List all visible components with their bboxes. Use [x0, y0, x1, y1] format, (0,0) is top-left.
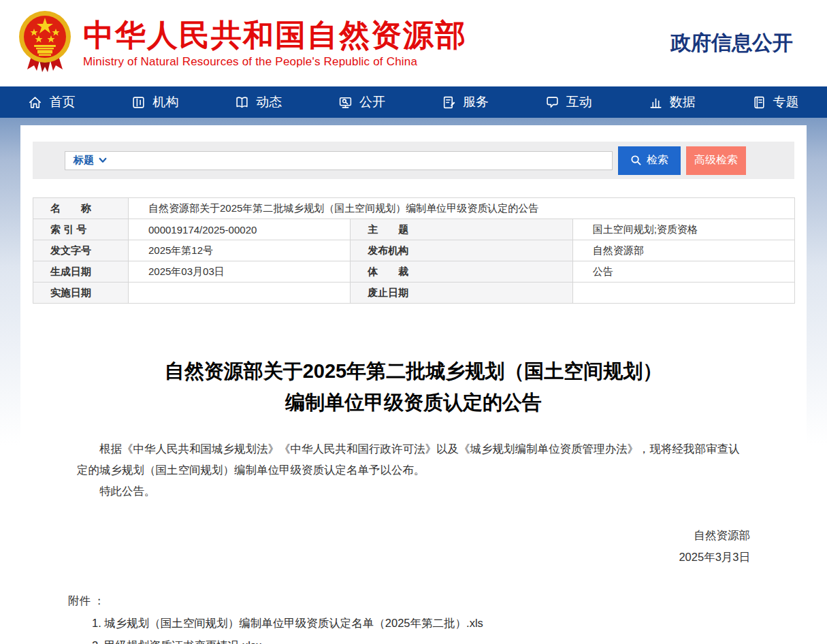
- interact-icon: [545, 95, 560, 110]
- meta-docnum-label: 发文字号: [33, 240, 129, 261]
- article-paragraph: 根据《中华人民共和国城乡规划法》《中华人民共和国行政许可法》以及《城乡规划编制单…: [77, 438, 750, 481]
- search-button-label: 检索: [647, 153, 668, 167]
- search-field-selector[interactable]: 标题: [74, 154, 107, 167]
- page-background: 标题 检索 高级检索 名 称 自然资源部关于2025年第二批城乡规划（国土空间规…: [0, 118, 827, 644]
- search-icon: [630, 155, 642, 166]
- nav-item-interaction[interactable]: 互动: [517, 86, 620, 118]
- meta-index-label: 索 引 号: [33, 219, 129, 240]
- nav-item-home[interactable]: 首页: [0, 86, 103, 118]
- table-row: 索 引 号 000019174/2025-00020 主 题 国土空间规划;资质…: [33, 219, 795, 240]
- signer: 自然资源部: [65, 524, 750, 546]
- article-body: 根据《中华人民共和国城乡规划法》《中华人民共和国行政许可法》以及《城乡规划编制单…: [65, 438, 762, 502]
- nav-label: 公开: [359, 93, 385, 111]
- nav-item-services[interactable]: 服务: [414, 86, 517, 118]
- site-subtitle: Ministry of Natural Resources of the Peo…: [83, 55, 467, 69]
- nav-label: 专题: [773, 93, 799, 111]
- org-icon: [131, 95, 146, 110]
- meta-issuer-value: 自然资源部: [572, 240, 794, 261]
- attachment-link-1[interactable]: 1. 城乡规划（国土空间规划）编制单位甲级资质认定名单（2025年第二批）.xl…: [68, 612, 762, 634]
- nav-item-data[interactable]: 数据: [620, 86, 724, 118]
- table-row: 实施日期 废止日期: [33, 283, 795, 304]
- meta-genre-label: 体 裁: [351, 261, 572, 283]
- nav-label: 数据: [670, 93, 696, 111]
- content-panel: 标题 检索 高级检索 名 称 自然资源部关于2025年第二批城乡规划（国土空间规…: [20, 125, 807, 644]
- service-icon: [442, 95, 456, 110]
- search-button[interactable]: 检索: [618, 146, 681, 175]
- meta-name-value: 自然资源部关于2025年第二批城乡规划（国土空间规划）编制单位甲级资质认定的公告: [129, 198, 795, 219]
- meta-subject-label: 主 题: [351, 219, 572, 240]
- main-nav: 首页 机构 动态 公开 服务 互动 数据 专题: [0, 86, 827, 118]
- nav-label: 互动: [566, 93, 592, 111]
- attachment-link-2[interactable]: 2. 甲级规划资质证书变更情况.xlsx: [68, 634, 762, 644]
- gov-info-disclosure-link[interactable]: 政府信息公开: [670, 29, 793, 57]
- page-title: 自然资源部关于2025年第二批城乡规划（国土空间规划）编制单位甲级资质认定的公告: [162, 355, 666, 418]
- search-bar: 标题 检索 高级检索: [33, 142, 794, 179]
- nav-item-organization[interactable]: 机构: [103, 86, 207, 118]
- nav-item-disclosure[interactable]: 公开: [310, 86, 414, 118]
- topics-icon: [752, 95, 766, 110]
- chevron-down-icon: [99, 157, 107, 163]
- meta-name-label: 名 称: [33, 198, 129, 219]
- national-emblem-logo[interactable]: [18, 10, 72, 78]
- search-input[interactable]: 标题: [65, 151, 613, 170]
- meta-repeal-value: [572, 283, 794, 304]
- table-row: 生成日期 2025年03月03日 体 裁 公告: [33, 261, 795, 283]
- signature-block: 自然资源部 2025年3月3日: [65, 524, 762, 568]
- meta-docnum-value: 2025年第12号: [129, 240, 351, 261]
- meta-index-value: 000019174/2025-00020: [129, 219, 351, 240]
- meta-gendate-value: 2025年03月03日: [129, 261, 351, 283]
- data-icon: [649, 95, 663, 110]
- meta-subject-value: 国土空间规划;资质资格: [572, 219, 794, 240]
- article: 自然资源部关于2025年第二批城乡规划（国土空间规划）编制单位甲级资质认定的公告…: [33, 355, 794, 644]
- meta-effective-label: 实施日期: [33, 283, 129, 304]
- site-header: 中华人民共和国自然资源部 Ministry of Natural Resourc…: [0, 0, 827, 86]
- news-icon: [235, 95, 249, 110]
- nav-item-topics[interactable]: 专题: [724, 86, 827, 118]
- attachments-section: 附件 ： 1. 城乡规划（国土空间规划）编制单位甲级资质认定名单（2025年第二…: [65, 590, 762, 644]
- nav-label: 机构: [152, 93, 178, 111]
- meta-effective-value: [129, 283, 351, 304]
- site-title: 中华人民共和国自然资源部: [83, 18, 467, 53]
- advanced-search-button[interactable]: 高级检索: [686, 146, 746, 175]
- nav-item-news[interactable]: 动态: [207, 86, 310, 118]
- meta-gendate-label: 生成日期: [33, 261, 129, 283]
- home-icon: [28, 95, 42, 110]
- disclosure-icon: [338, 95, 353, 110]
- table-row: 发文字号 2025年第12号 发布机构 自然资源部: [33, 240, 795, 261]
- nav-label: 动态: [256, 93, 282, 111]
- table-row: 名 称 自然资源部关于2025年第二批城乡规划（国土空间规划）编制单位甲级资质认…: [33, 198, 795, 219]
- article-paragraph: 特此公告。: [77, 481, 750, 502]
- signature-date: 2025年3月3日: [65, 546, 750, 568]
- search-field-label: 标题: [74, 154, 94, 167]
- meta-issuer-label: 发布机构: [351, 240, 572, 261]
- document-meta-table: 名 称 自然资源部关于2025年第二批城乡规划（国土空间规划）编制单位甲级资质认…: [33, 197, 795, 304]
- nav-label: 首页: [49, 93, 75, 111]
- meta-repeal-label: 废止日期: [351, 283, 572, 304]
- advanced-search-label: 高级检索: [694, 153, 738, 167]
- meta-genre-value: 公告: [572, 261, 794, 283]
- attachments-label: 附件 ：: [68, 590, 762, 612]
- nav-label: 服务: [463, 93, 489, 111]
